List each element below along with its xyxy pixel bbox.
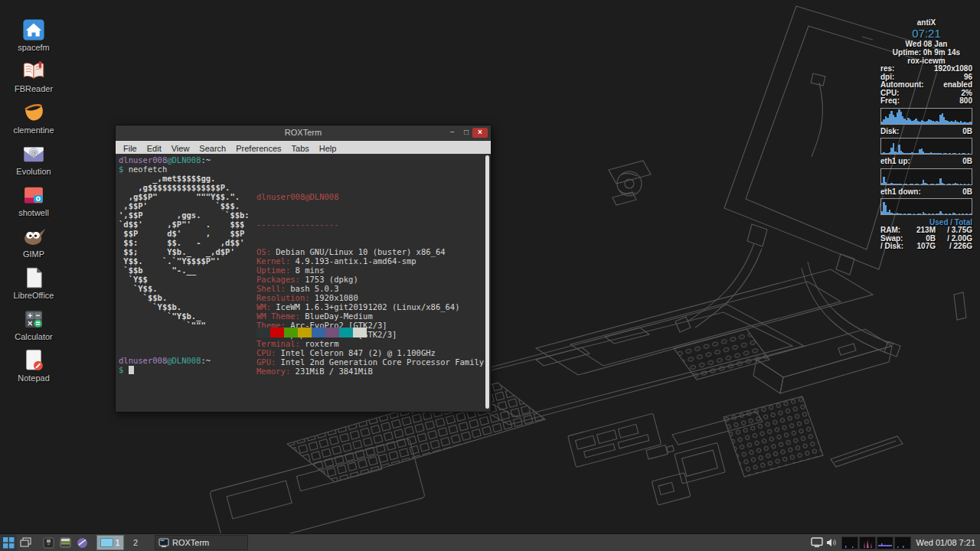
monitor-icon [811,537,823,548]
file-manager-launcher-button[interactable] [57,534,74,551]
desktop-icon-calculator[interactable]: Calculator [5,306,63,347]
desktop-icon-shotwell[interactable]: shotwell [5,182,63,223]
terminal-color-swatch [298,328,312,337]
workspace-number: 2 [133,538,138,547]
desktop-icon-notepad[interactable]: Notepad [5,347,63,389]
conky-disk-row: Disk:0B [880,128,972,136]
text-cursor [129,366,134,374]
task-label: ROXTerm [172,538,209,547]
terminal-color-swatch [270,328,284,337]
menu-edit[interactable]: Edit [147,144,162,153]
neofetch-title: dlnuser008@DLN008 [256,192,338,201]
neofetch-underline: ----------------- [256,220,338,229]
workspace-2-button[interactable]: 2 [124,534,147,551]
mail-icon: @ [21,141,47,167]
conky-ram-row: RAM:213M/ 3.75G [880,227,972,235]
tray-graph-3 [878,538,892,548]
desktop-icon-list: spacefm FBReader clementine @ Evolution [5,17,63,389]
eth1-down-graph [880,198,972,215]
maximize-button[interactable] [460,128,472,138]
taskbar: 1 2 ROXTerm [0,533,980,551]
roxterm-window: ROXTerm File Edit View Search Preference… [115,125,492,412]
document-icon [21,265,47,291]
clementine-icon [21,99,47,126]
conky-distro: antiX [880,18,972,27]
conky-time: 07:21 [880,27,972,40]
window-menubar: File Edit View Search Preferences Tabs H… [116,141,491,155]
neofetch-info-row: GPU: Intel 2nd Generation Core Processor… [256,357,484,367]
show-desktop-button[interactable] [17,534,35,551]
menu-search[interactable]: Search [199,144,226,153]
file-manager-icon [60,537,71,548]
neofetch-info-row: OS: Debian GNU/Linux 10 (buster) x86_64 [256,247,484,256]
icon-label: spacefm [5,43,63,53]
neofetch-info-row: Memory: 231MiB / 3841MiB [256,367,484,376]
neofetch-info-row: Terminal: roxterm [256,339,484,348]
book-icon [21,58,47,84]
mem-tray-monitor[interactable] [859,536,876,549]
icon-label: Evolution [5,167,63,177]
desktop-icon-clementine[interactable]: clementine [5,99,63,141]
disk-graph [880,138,972,155]
desktop-icon-libreoffice[interactable]: LibreOffice [5,265,63,306]
browser-launcher-button[interactable] [74,534,90,551]
package-launcher-button[interactable] [40,534,57,551]
terminal-area[interactable]: dlnuser008@DLN008:~ $ neofetch _,met$$$$… [116,154,491,410]
conky-eth1down-row: eth1 down:0B [880,188,972,197]
neofetch-info-row: Shell: bash 5.0.3 [256,284,484,293]
menu-tabs[interactable]: Tabs [292,144,309,153]
icon-label: shotwell [5,208,63,218]
terminal-color-swatch [325,328,339,337]
volume-tray-button[interactable] [825,534,838,551]
task-button-roxterm[interactable]: ROXTerm [155,535,248,550]
terminal-color-swatch [256,328,270,337]
prompt-cursor-line: $ [119,365,134,374]
terminal-color-swatch [312,328,325,337]
tray-graph-1 [843,538,857,548]
prompt-line: dlnuser008@DLN008:~ [119,155,211,165]
svg-text:@: @ [31,148,38,156]
terminal-color-swatch [284,328,298,337]
disk-tray-monitor[interactable] [894,536,911,549]
menu-file[interactable]: File [123,144,137,153]
net-tray-monitor[interactable] [877,536,893,549]
cpu-tray-monitor[interactable] [841,536,858,549]
menu-preferences[interactable]: Preferences [236,144,281,153]
minimize-button[interactable] [446,128,459,138]
eth1-up-graph [880,168,972,185]
spacefm-home-icon [21,17,47,43]
taskbar-clock: Wed 01/08 7:21 [916,538,975,547]
window-title: ROXTerm [116,128,491,137]
icon-label: GIMP [5,249,63,259]
conky-disk-usage-row: / Disk:107G/ 226G [880,243,972,251]
workspace-number: 1 [115,538,119,547]
desktop-icon-spacefm[interactable]: spacefm [5,17,63,58]
command-line: $ neofetch [119,165,167,174]
tray-graph-4 [896,538,910,548]
neofetch-info-row: Uptime: 8 mins [256,266,484,275]
neofetch-info-row: WM: IceWM 1.6.3+git20191202 (Linux/x86_6… [256,302,484,311]
close-button[interactable] [472,128,488,138]
menu-help[interactable]: Help [319,144,337,153]
desktop-icon-evolution[interactable]: @ Evolution [5,141,63,182]
package-icon [43,537,54,549]
desktop-icon-gimp[interactable]: GIMP [5,223,63,265]
icon-label: Calculator [5,332,63,342]
workspace-window-thumbnail [100,538,113,547]
terminal-color-swatch [339,328,353,337]
terminal-scrollbar[interactable] [485,155,489,409]
window-titlebar[interactable]: ROXTerm [116,126,491,141]
menu-view[interactable]: View [172,144,190,153]
terminal-monitor-icon [158,538,169,548]
photos-icon [21,182,47,208]
workspace-1-button[interactable]: 1 [96,535,124,550]
neofetch-info-row: Kernel: 4.9.193-antix.1-amd64-smp [256,256,484,266]
start-menu-button[interactable] [0,534,17,551]
icon-label: FBReader [5,84,63,94]
conky-monitor: antiX 07:21 Wed 08 Jan Uptime: 0h 9m 14s… [880,18,972,251]
display-settings-tray-button[interactable] [809,534,825,551]
desktop-icon-fbreader[interactable]: FBReader [5,58,63,99]
notepad-icon [21,347,47,373]
conky-stat-res: res:1920x1080 [880,65,972,73]
start-menu-icon [3,537,15,549]
